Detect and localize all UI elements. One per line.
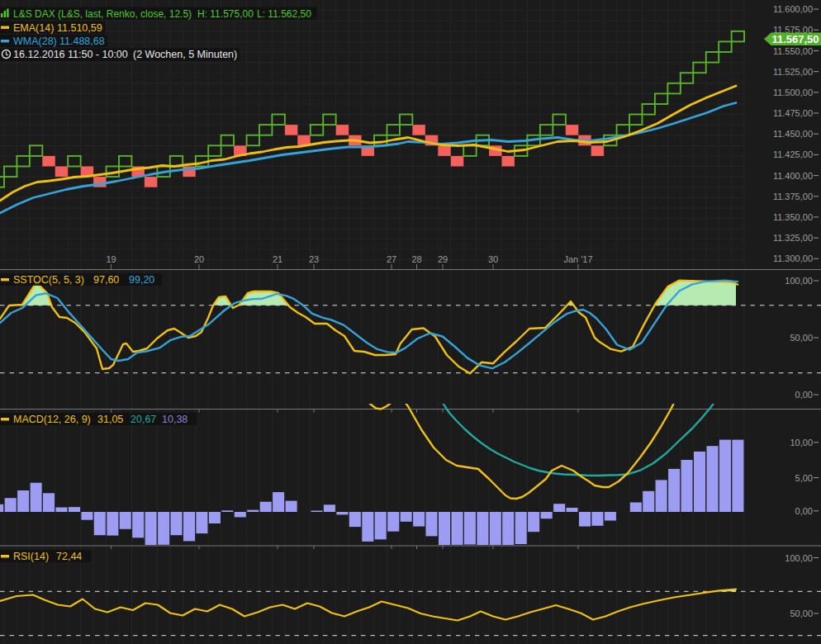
svg-text:RSI(14): RSI(14) [13,551,49,562]
svg-text:11.300,00: 11.300,00 [773,253,813,263]
svg-text:23: 23 [309,254,319,264]
svg-text:11.425,00: 11.425,00 [773,149,813,159]
svg-text:28: 28 [411,254,421,264]
svg-text:10,38: 10,38 [162,414,187,425]
svg-text:L&S DAX (L&S, last, Renko, clo: L&S DAX (L&S, last, Renko, close, 12.5) [13,8,192,20]
svg-text:11.375,00: 11.375,00 [773,192,813,201]
svg-text:Jan '17: Jan '17 [563,254,592,264]
svg-text:0,00: 0,00 [795,506,813,516]
svg-text:21: 21 [273,254,282,264]
svg-text:30: 30 [488,254,498,264]
svg-text:11.325,00: 11.325,00 [773,233,813,243]
svg-text:WMA(28): WMA(28) [13,36,57,47]
svg-text:97,60: 97,60 [93,274,119,286]
svg-text:SSTOC(5, 5, 3): SSTOC(5, 5, 3) [13,274,84,286]
svg-text:11.510,59: 11.510,59 [57,22,102,34]
svg-text:27: 27 [387,254,396,264]
svg-text:11.525,00: 11.525,00 [773,67,813,77]
svg-text:50,00: 50,00 [790,333,813,343]
svg-text:H: 11.575,00: H: 11.575,00 [197,8,254,20]
svg-text:100,00: 100,00 [785,276,813,286]
svg-text:31,05: 31,05 [97,414,123,425]
svg-text:5,00: 5,00 [795,473,813,483]
svg-text:16.12.2016 11:50 - 10:00: 16.12.2016 11:50 - 10:00 [13,49,128,60]
svg-text:29: 29 [438,254,448,264]
svg-text:11.450,00: 11.450,00 [773,129,813,139]
svg-text:50,00: 50,00 [790,608,813,618]
svg-text:11.400,00: 11.400,00 [773,171,813,181]
svg-text:L: 11.562,50: L: 11.562,50 [257,8,311,20]
svg-text:72,44: 72,44 [56,551,82,562]
svg-text:11.600,00: 11.600,00 [773,4,813,14]
svg-text:19: 19 [106,254,116,264]
svg-text:11.500,00: 11.500,00 [773,88,813,97]
svg-text:11.550,00: 11.550,00 [773,46,813,56]
svg-text:11.488,68: 11.488,68 [59,36,105,47]
svg-text:20: 20 [194,254,204,264]
svg-text:100,00: 100,00 [785,553,813,563]
svg-text:10,00: 10,00 [790,438,813,447]
svg-text:EMA(14): EMA(14) [13,22,54,34]
svg-text:(2 Wochen, 5 Minuten): (2 Wochen, 5 Minuten) [133,49,237,60]
svg-text:11.567,50: 11.567,50 [771,33,819,45]
svg-text:99,20: 99,20 [129,274,154,286]
svg-text:20,67: 20,67 [131,414,156,425]
svg-text:11.350,00: 11.350,00 [773,212,813,222]
svg-text:0,00: 0,00 [795,390,813,400]
svg-text:11.475,00: 11.475,00 [773,108,813,118]
svg-text:MACD(12, 26, 9): MACD(12, 26, 9) [13,414,91,425]
